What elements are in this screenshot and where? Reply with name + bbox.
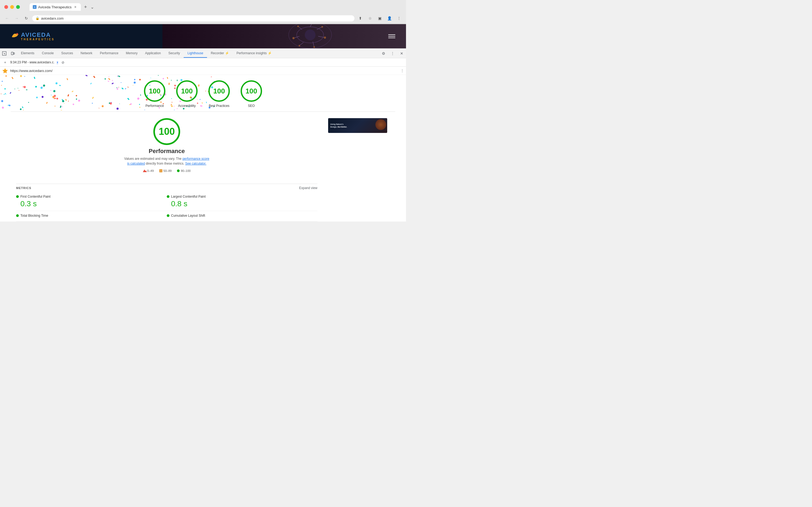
accessibility-score-label: Accessibility bbox=[178, 104, 195, 108]
seo-score-label: SEO bbox=[248, 104, 254, 108]
legend-pass: 90–100 bbox=[177, 169, 191, 172]
svg-marker-23 bbox=[2, 68, 8, 73]
settings-button[interactable]: ⚙ bbox=[379, 49, 388, 58]
devtools-subbar: + 9:34:23 PM - www.avicedarx.c. ▾ ⊘ bbox=[0, 58, 406, 67]
dock-button[interactable]: ✕ bbox=[397, 49, 406, 58]
tab-sources[interactable]: Sources bbox=[57, 49, 77, 58]
close-button[interactable] bbox=[4, 5, 8, 9]
active-tab[interactable]: A Aviceda Therapeutics ✕ bbox=[30, 3, 81, 11]
back-button[interactable]: ← bbox=[3, 14, 11, 22]
device-toolbar-button[interactable] bbox=[9, 49, 17, 58]
svg-point-16 bbox=[313, 46, 315, 48]
logo-sub: THERAPEUTICS bbox=[21, 38, 55, 41]
lighthouse-brand-icon bbox=[2, 68, 8, 73]
browser-chrome: A Aviceda Therapeutics ✕ + ⌄ ← → ↻ 🔒 avi… bbox=[0, 0, 406, 24]
svg-point-5 bbox=[305, 30, 315, 40]
best-practices-score-label: Best Practices bbox=[209, 104, 230, 108]
left-panel: 100 Performance Values are estimated and… bbox=[16, 113, 317, 222]
lighthouse-main-content: 100 Performance 100 Accessibility 100 Be… bbox=[0, 75, 406, 222]
metric-lcp: Largest Contentful Paint 0.8 s bbox=[167, 192, 317, 211]
tab-performance-insights[interactable]: Performance insights ⚡ bbox=[233, 49, 276, 58]
performance-score-circle: 100 bbox=[144, 80, 165, 102]
tab-console[interactable]: Console bbox=[38, 49, 57, 58]
perf-detail-description: Values are estimated and may vary. The p… bbox=[124, 156, 210, 166]
reload-button[interactable]: ↻ bbox=[22, 14, 30, 22]
metric-lcp-dot bbox=[167, 195, 169, 198]
url-text: avicedarx.com bbox=[41, 16, 64, 20]
share-button[interactable]: ⬆ bbox=[357, 14, 364, 22]
svg-point-14 bbox=[322, 26, 323, 27]
accessibility-score-circle: 100 bbox=[176, 80, 197, 102]
maximize-button[interactable] bbox=[16, 5, 20, 9]
tab-overflow-button[interactable]: ⌄ bbox=[91, 5, 94, 10]
metrics-section: METRICS Expand view First Contentful Pai… bbox=[16, 184, 317, 222]
profile-button[interactable]: 👤 bbox=[386, 14, 393, 22]
browser-actions: ⬆ ☆ ▣ 👤 ⋮ bbox=[357, 14, 403, 22]
nav-hamburger[interactable] bbox=[388, 35, 395, 38]
site-header: AVICEDA THERAPEUTICS bbox=[0, 24, 406, 48]
svg-line-6 bbox=[310, 24, 313, 27]
logo-bird-icon bbox=[11, 32, 20, 41]
performance-detail-section: 100 Performance Values are estimated and… bbox=[0, 113, 406, 222]
tab-security[interactable]: Security bbox=[165, 49, 184, 58]
legend-average: 50–89 bbox=[159, 169, 172, 172]
perf-detail-title: Performance bbox=[149, 148, 185, 155]
inspect-element-button[interactable] bbox=[0, 49, 9, 58]
clear-audit-button[interactable]: ⊘ bbox=[60, 60, 66, 65]
perf-detail-score-circle: 100 bbox=[153, 118, 180, 145]
reader-view-button[interactable]: ▣ bbox=[376, 14, 384, 22]
tab-close-button[interactable]: ✕ bbox=[73, 5, 77, 9]
best-practices-score-circle: 100 bbox=[209, 80, 230, 102]
metric-lcp-label: Largest Contentful Paint bbox=[167, 195, 317, 199]
see-calculator-link[interactable]: See calculator. bbox=[185, 162, 207, 165]
window-controls: A Aviceda Therapeutics ✕ + ⌄ bbox=[0, 0, 406, 13]
url-bar[interactable]: 🔒 avicedarx.com bbox=[32, 15, 354, 21]
audit-timestamp: 9:34:23 PM - www.avicedarx.c. bbox=[10, 60, 55, 64]
metric-fcp-value: 0.3 s bbox=[16, 200, 167, 208]
tab-network[interactable]: Network bbox=[77, 49, 96, 58]
svg-rect-22 bbox=[13, 53, 14, 54]
forward-button[interactable]: → bbox=[13, 14, 20, 22]
svg-point-2 bbox=[16, 33, 18, 35]
hero-background bbox=[163, 24, 406, 48]
svg-rect-21 bbox=[11, 52, 13, 55]
tab-bar: A Aviceda Therapeutics ✕ + ⌄ bbox=[27, 3, 98, 11]
svg-text:A: A bbox=[34, 6, 36, 8]
lighthouse-more-button[interactable]: ⋮ bbox=[401, 69, 404, 72]
devtools-toolbar: Elements Console Sources Network Perform… bbox=[0, 49, 406, 58]
new-tab-button[interactable]: + bbox=[82, 3, 90, 11]
score-item-seo: 100 SEO bbox=[241, 80, 262, 108]
average-icon bbox=[159, 169, 163, 172]
tab-memory[interactable]: Memory bbox=[122, 49, 141, 58]
more-button[interactable]: ⋮ bbox=[395, 14, 403, 22]
score-item-accessibility: 100 Accessibility bbox=[176, 80, 197, 108]
divider bbox=[11, 111, 395, 112]
tab-performance[interactable]: Performance bbox=[96, 49, 122, 58]
lighthouse-url-row: https://www.avicedarx.com/ ⋮ bbox=[0, 67, 406, 75]
audit-url-link[interactable]: ▾ bbox=[57, 60, 58, 64]
tab-favicon: A bbox=[33, 5, 37, 9]
bookmark-button[interactable]: ☆ bbox=[366, 14, 374, 22]
metric-cls-dot bbox=[167, 214, 169, 217]
seo-score-circle: 100 bbox=[241, 80, 262, 102]
customize-button[interactable]: ⋮ bbox=[388, 49, 397, 58]
metric-fcp-dot bbox=[16, 195, 19, 198]
tab-title: Aviceda Therapeutics bbox=[38, 5, 72, 9]
scores-row: 100 Performance 100 Accessibility 100 Be… bbox=[144, 80, 262, 108]
legend-fail: ▲ 0–49 bbox=[143, 169, 154, 172]
svg-line-9 bbox=[313, 42, 314, 47]
site-thumbnail: Using Nature'sDesign, But Better. bbox=[328, 118, 387, 133]
svg-point-17 bbox=[299, 45, 300, 47]
add-audit-button[interactable]: + bbox=[2, 59, 8, 65]
tab-elements[interactable]: Elements bbox=[17, 49, 38, 58]
tab-recorder[interactable]: Recorder ⚡ bbox=[207, 49, 233, 58]
tab-application[interactable]: Application bbox=[141, 49, 165, 58]
score-item-performance: 100 Performance bbox=[144, 80, 165, 108]
expand-view-button[interactable]: Expand view bbox=[299, 186, 317, 190]
metric-cls-label: Cumulative Layout Shift bbox=[167, 214, 317, 218]
svg-point-19 bbox=[297, 25, 299, 27]
minimize-button[interactable] bbox=[10, 5, 14, 9]
metrics-title: METRICS bbox=[16, 186, 32, 189]
tab-lighthouse[interactable]: Lighthouse bbox=[184, 49, 207, 58]
devtools-panel: Elements Console Sources Network Perform… bbox=[0, 48, 406, 222]
